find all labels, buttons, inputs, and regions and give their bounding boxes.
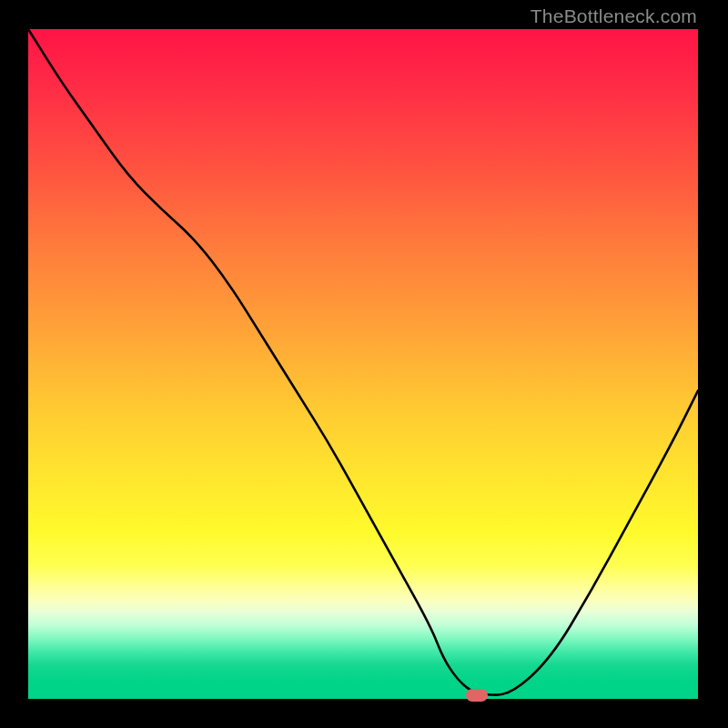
plot-area bbox=[28, 29, 698, 699]
bottleneck-curve bbox=[28, 29, 698, 699]
optimal-point-marker bbox=[466, 689, 488, 702]
chart-container: TheBottleneck.com bbox=[0, 0, 728, 728]
watermark-text: TheBottleneck.com bbox=[531, 5, 697, 27]
